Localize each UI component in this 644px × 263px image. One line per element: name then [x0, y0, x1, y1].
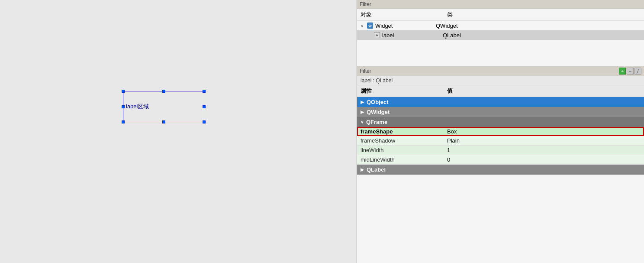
- inspector-spacer: [357, 40, 644, 66]
- handle-mr[interactable]: [203, 105, 206, 108]
- expand-qframe: ∨: [361, 120, 364, 124]
- tree-widget-class: QWidget: [436, 23, 458, 29]
- expand-qwidget: ▶: [361, 110, 364, 114]
- prop-row-frameshadow[interactable]: frameShadow Plain: [357, 136, 644, 146]
- canvas-label-text: label区域: [126, 103, 149, 110]
- props-header: 属性 值: [357, 85, 644, 97]
- section-qframe-label: QFrame: [366, 119, 387, 125]
- object-inspector: Filter 对象 类 ∨ W Widget QWidget A label Q…: [357, 0, 644, 66]
- handle-ml[interactable]: [122, 105, 125, 108]
- widget-icon: W: [367, 22, 374, 29]
- prop-name-frameshape: frameShape: [361, 128, 447, 135]
- add-property-btn[interactable]: +: [619, 68, 626, 75]
- prop-row-linewidth[interactable]: lineWidth 1: [357, 146, 644, 155]
- tree-col-class: 类: [447, 11, 453, 19]
- prop-value-midlinewidth: 0: [447, 156, 450, 163]
- expand-widget[interactable]: ∨: [361, 23, 367, 28]
- prop-row-midlinewidth[interactable]: midLineWidth 0: [357, 155, 644, 165]
- prop-name-linewidth: lineWidth: [361, 147, 447, 153]
- object-filter-label: Filter: [360, 1, 371, 7]
- tree-header: 对象 类: [357, 9, 644, 21]
- prop-value-frameshape: Box: [447, 128, 457, 135]
- edit-property-btn[interactable]: /: [634, 68, 641, 75]
- expand-qlabel: ▶: [361, 167, 364, 172]
- props-filter-label: Filter: [360, 68, 371, 74]
- canvas-area[interactable]: label区域: [0, 0, 357, 263]
- handle-tm[interactable]: [162, 90, 165, 93]
- section-qframe[interactable]: ∨ QFrame: [357, 117, 644, 127]
- expand-qobject: ▶: [361, 100, 364, 104]
- tree-widget-name: Widget: [375, 23, 436, 29]
- tree-label-name: label: [382, 32, 443, 39]
- props-subtitle: label : QLabel: [357, 76, 644, 85]
- props-col-property: 属性: [361, 87, 447, 95]
- section-qobject[interactable]: ▶ QObject: [357, 97, 644, 107]
- section-qlabel-label: QLabel: [367, 166, 386, 173]
- prop-row-frameshape[interactable]: frameShape Box: [357, 127, 644, 136]
- handle-bl[interactable]: [122, 120, 125, 123]
- object-filter-bar: Filter: [357, 0, 644, 9]
- section-qwidget-label: QWidget: [367, 109, 390, 115]
- handle-tl[interactable]: [122, 90, 125, 93]
- props-filter-bar: Filter + − /: [357, 66, 644, 76]
- label-widget[interactable]: label区域: [123, 91, 204, 122]
- prop-value-frameshadow: Plain: [447, 137, 460, 144]
- remove-property-btn[interactable]: −: [627, 68, 634, 75]
- right-panel: Filter 对象 类 ∨ W Widget QWidget A label Q…: [357, 0, 644, 263]
- props-table: ▶ QObject ▶ QWidget ∨ QFrame frameShape …: [357, 97, 644, 263]
- prop-value-linewidth: 1: [447, 147, 450, 153]
- section-qlabel[interactable]: ▶ QLabel: [357, 165, 644, 175]
- tree-row-widget[interactable]: ∨ W Widget QWidget: [357, 21, 644, 30]
- section-qwidget[interactable]: ▶ QWidget: [357, 107, 644, 117]
- prop-name-midlinewidth: midLineWidth: [361, 156, 447, 163]
- tree-col-object: 对象: [361, 11, 447, 19]
- label-icon: A: [374, 32, 380, 39]
- handle-tr[interactable]: [203, 90, 206, 93]
- tree-row-label[interactable]: A label QLabel: [357, 30, 644, 40]
- props-col-value: 值: [447, 87, 453, 95]
- section-qobject-label: QObject: [367, 99, 389, 105]
- handle-br[interactable]: [203, 120, 206, 123]
- props-filter-actions: + − /: [619, 68, 641, 75]
- prop-name-frameshadow: frameShadow: [361, 137, 447, 144]
- tree-label-class: QLabel: [443, 32, 461, 39]
- props-panel: Filter + − / label : QLabel 属性 值 ▶ QObje…: [357, 66, 644, 263]
- handle-bm[interactable]: [162, 120, 165, 123]
